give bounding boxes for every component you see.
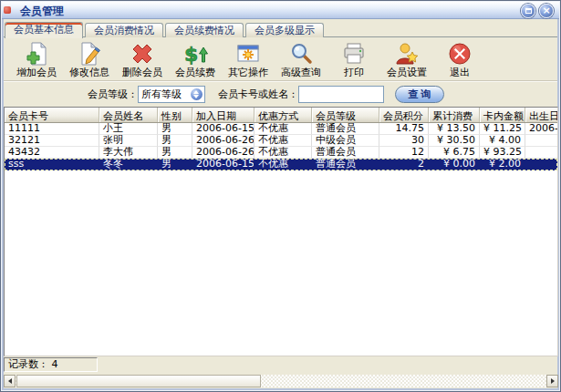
- table-cell: ¥ 93.25: [480, 147, 525, 159]
- combo-spinner-icon[interactable]: [191, 88, 203, 100]
- table-cell: 男: [158, 135, 192, 147]
- table-row[interactable]: 43432 李大伟 男 2006-06-26 不优惠 普通会员 12 ¥ 6.7…: [5, 147, 557, 159]
- table-cell: 不优惠: [255, 147, 312, 159]
- query-button[interactable]: 查询: [395, 86, 444, 103]
- tab-member-consumption[interactable]: 会员消费情况: [85, 23, 163, 37]
- table-cell: 2006-06-26: [192, 135, 255, 147]
- table-cell: 冬冬: [99, 159, 158, 170]
- table-cell: [525, 135, 558, 147]
- table-cell: ¥ 0.00: [429, 159, 480, 170]
- column-header[interactable]: 累计消费: [429, 108, 480, 122]
- toolbar-label: 会员续费: [175, 67, 215, 78]
- tab-bar: 会员基本信息 会员消费情况 会员续费情况 会员多级显示: [5, 21, 326, 37]
- column-header[interactable]: 会员姓名: [99, 108, 158, 122]
- toolbar-label: 修改信息: [69, 67, 109, 78]
- toolbar-label: 其它操作: [228, 67, 268, 78]
- table-cell: 小王: [99, 123, 158, 135]
- table-cell: 2006-0: [525, 123, 558, 135]
- table-cell: 2006-06-15: [192, 123, 255, 135]
- other-operations-icon: [235, 40, 261, 67]
- delete-member-icon: [130, 40, 155, 67]
- renew-member-button[interactable]: $ 会员续费: [169, 39, 222, 80]
- record-count-value: 4: [52, 358, 58, 370]
- tab-member-renewal[interactable]: 会员续费情况: [165, 23, 244, 37]
- horizontal-scrollbar[interactable]: [4, 375, 558, 387]
- table-cell: ¥ 30.50: [429, 135, 480, 147]
- column-header[interactable]: 性别: [158, 108, 192, 122]
- table-header-row: 会员卡号 会员姓名 性别 加入日期 优惠方式 会员等级 会员积分 累计消费 卡内…: [5, 108, 557, 123]
- table-cell: 中级会员: [312, 135, 379, 147]
- print-icon: [341, 40, 367, 67]
- toolbar-label: 打印: [344, 67, 364, 78]
- table-cell: 男: [158, 147, 192, 159]
- close-icon: ×: [542, 5, 550, 17]
- column-header[interactable]: 会员卡号: [5, 108, 99, 122]
- table-cell: ¥ 4.00: [480, 135, 525, 147]
- table-cell: 不优惠: [255, 135, 312, 147]
- toolbar-label: 增加会员: [16, 67, 57, 78]
- table-cell: 普通会员: [312, 147, 379, 159]
- other-operations-button[interactable]: 其它操作: [222, 39, 275, 80]
- toolbar: 增加会员 修改信息 删: [4, 36, 557, 81]
- table-row[interactable]: 32121 张明 男 2006-06-26 不优惠 中级会员 30 ¥ 30.5…: [5, 135, 557, 147]
- tab-member-multilevel[interactable]: 会员多级显示: [245, 23, 324, 37]
- column-header[interactable]: 会员等级: [312, 108, 379, 122]
- app-icon: [4, 6, 11, 14]
- titlebar[interactable]: 会员管理 ×: [2, 2, 559, 19]
- toolbar-label: 高级查询: [281, 67, 321, 78]
- scrollbar-thumb[interactable]: [16, 375, 261, 387]
- table-row[interactable]: 11111 小王 男 2006-06-15 不优惠 普通会员 14.75 ¥ 1…: [5, 123, 557, 135]
- member-settings-button[interactable]: 会员设置: [380, 39, 433, 80]
- window-content: 会员基本信息 会员消费情况 会员续费情况 会员多级显示 增加会员: [4, 19, 557, 388]
- edit-info-button[interactable]: 修改信息: [63, 39, 116, 80]
- table-cell: [525, 147, 558, 159]
- table-cell: 普通会员: [312, 159, 379, 170]
- member-settings-icon: [394, 40, 420, 67]
- edit-info-icon: [77, 40, 102, 67]
- advanced-search-button[interactable]: 高级查询: [275, 39, 327, 80]
- exit-button[interactable]: 退出: [433, 39, 486, 80]
- table-cell: 2006-06-26: [192, 147, 255, 159]
- advanced-search-icon: [288, 40, 314, 67]
- table-cell: 2: [379, 159, 429, 170]
- column-header[interactable]: 卡内金额: [480, 108, 525, 122]
- column-header[interactable]: 出生日期: [525, 108, 558, 122]
- column-header[interactable]: 加入日期: [192, 108, 255, 122]
- table-cell: 14.75: [379, 123, 429, 135]
- scroll-right-button[interactable]: [546, 375, 558, 387]
- table-row[interactable]: sss 冬冬 男 2006-06-15 不优惠 普通会员 2 ¥ 0.00 ¥ …: [5, 159, 557, 170]
- scroll-left-icon: [5, 378, 12, 384]
- filter-bar: 会员等级： 所有等级 会员卡号或姓名： 查询: [4, 81, 557, 107]
- tab-member-basic-info[interactable]: 会员基本信息: [5, 22, 83, 38]
- table-cell: 张明: [99, 135, 158, 147]
- table-cell: ¥ 2.00: [480, 159, 525, 170]
- column-header[interactable]: 优惠方式: [255, 108, 312, 122]
- add-member-icon: [24, 40, 49, 67]
- restore-button[interactable]: [521, 4, 535, 18]
- column-header[interactable]: 会员积分: [379, 108, 429, 122]
- print-button[interactable]: 打印: [327, 39, 380, 80]
- table-cell: 不优惠: [255, 123, 312, 135]
- close-button[interactable]: ×: [539, 4, 554, 18]
- table-cell: ¥ 13.50: [429, 123, 480, 135]
- app-window: 会员管理 × 会员基本信息 会员消费情况 会员续费情况 会员多级显示: [0, 0, 561, 392]
- exit-icon: [447, 40, 473, 67]
- toolbar-label: 会员设置: [387, 67, 427, 78]
- svg-text:$: $: [184, 43, 198, 66]
- table-cell: 2006-06-15: [192, 159, 255, 170]
- member-level-select[interactable]: 所有等级: [138, 86, 205, 103]
- table-cell: 43432: [5, 147, 99, 159]
- restore-icon: [525, 8, 532, 14]
- scroll-left-button[interactable]: [4, 375, 16, 387]
- add-member-button[interactable]: 增加会员: [10, 39, 63, 80]
- table-cell: ¥ 11.25: [480, 123, 525, 135]
- table-cell: 李大伟: [99, 147, 158, 159]
- table-cell: 11111: [5, 123, 99, 135]
- delete-member-button[interactable]: 删除会员: [116, 39, 169, 80]
- search-input[interactable]: [298, 86, 384, 103]
- window-title: 会员管理: [20, 4, 64, 18]
- table-cell: 不优惠: [255, 159, 312, 170]
- table-cell: ¥ 6.75: [429, 147, 480, 159]
- table-cell: 普通会员: [312, 123, 379, 135]
- member-level-value: 所有等级: [141, 88, 182, 101]
